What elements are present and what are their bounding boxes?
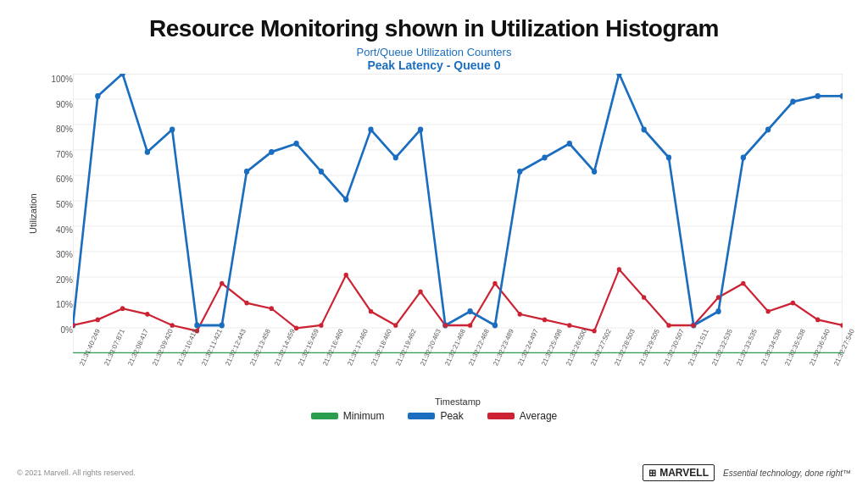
x-tick: 21:32:13:458 bbox=[248, 353, 260, 367]
legend-average-line bbox=[487, 413, 515, 419]
x-tick: 21:32:15:459 bbox=[297, 353, 309, 367]
x-tick: 21:32:36:540 bbox=[808, 353, 820, 367]
legend-peak-label: Peak bbox=[440, 410, 463, 422]
chart-subtitle: Port/Queue Utilization Counters bbox=[25, 46, 843, 58]
y-tick: 50% bbox=[56, 201, 73, 209]
svg-point-26 bbox=[393, 155, 398, 161]
svg-point-34 bbox=[592, 169, 597, 175]
svg-point-39 bbox=[715, 308, 721, 314]
svg-point-70 bbox=[692, 323, 696, 328]
svg-point-75 bbox=[815, 318, 820, 323]
svg-point-62 bbox=[492, 281, 497, 286]
x-tick: 21:32:35:538 bbox=[783, 353, 795, 367]
marvell-logo-icon: ⊞ bbox=[648, 468, 656, 479]
svg-point-61 bbox=[468, 323, 472, 328]
x-tick: 21:32:27:540 bbox=[832, 353, 844, 367]
y-tick: 70% bbox=[56, 151, 73, 159]
x-tick: 21:32:17:460 bbox=[346, 353, 358, 367]
y-tick: 40% bbox=[56, 226, 73, 235]
x-tick: 21:32:23:489 bbox=[492, 353, 504, 367]
svg-point-57 bbox=[369, 309, 373, 314]
marvell-logo-text: MARVELL bbox=[659, 467, 709, 479]
x-tick: 21:32:18:460 bbox=[370, 353, 381, 367]
y-tick: 30% bbox=[56, 251, 73, 259]
svg-point-53 bbox=[270, 306, 274, 311]
svg-point-33 bbox=[567, 141, 572, 147]
y-axis-label: Utilization bbox=[25, 74, 41, 353]
svg-point-16 bbox=[145, 149, 150, 155]
svg-point-60 bbox=[443, 323, 448, 328]
svg-point-21 bbox=[269, 149, 274, 155]
y-tick: 20% bbox=[56, 276, 73, 285]
svg-point-22 bbox=[293, 141, 298, 147]
svg-point-63 bbox=[518, 312, 522, 317]
x-tick: 21:32:33:535 bbox=[735, 353, 747, 367]
svg-point-20 bbox=[244, 169, 249, 175]
y-tick: 60% bbox=[56, 175, 73, 184]
x-ticks: 21:31:40:24921:33:07:87121:32:08:41721:3… bbox=[73, 353, 843, 366]
x-axis-area: 21:31:40:24921:33:07:87121:32:08:41721:3… bbox=[73, 353, 843, 407]
legend-minimum: Minimum bbox=[311, 410, 385, 422]
svg-point-19 bbox=[220, 323, 225, 329]
svg-point-64 bbox=[542, 318, 547, 323]
x-tick: 21:32:34:536 bbox=[760, 353, 771, 367]
y-tick: 90% bbox=[56, 101, 73, 109]
legend-minimum-label: Minimum bbox=[343, 410, 385, 422]
y-tick: 100% bbox=[51, 75, 73, 84]
svg-point-18 bbox=[194, 323, 199, 329]
x-tick: 21:32:32:535 bbox=[710, 353, 722, 367]
page-title: Resource Monitoring shown in Utilization… bbox=[25, 15, 843, 42]
svg-point-44 bbox=[840, 93, 843, 99]
svg-point-27 bbox=[418, 127, 423, 133]
chart-inner bbox=[73, 74, 843, 353]
footer-brand: ⊞ MARVELL Essential technology, done rig… bbox=[643, 464, 851, 481]
x-tick: 21:31:40:249 bbox=[78, 353, 90, 367]
svg-point-25 bbox=[368, 127, 373, 133]
svg-point-36 bbox=[642, 127, 647, 133]
svg-point-41 bbox=[765, 127, 771, 133]
x-tick: 21:32:11:421 bbox=[200, 353, 212, 367]
svg-point-59 bbox=[418, 290, 422, 295]
x-tick: 21:33:07:871 bbox=[103, 353, 114, 367]
svg-point-31 bbox=[517, 169, 522, 175]
y-tick: 10% bbox=[56, 301, 73, 309]
x-tick: 21:32:30:507 bbox=[662, 353, 674, 367]
x-tick: 21:32:22:468 bbox=[467, 353, 479, 367]
svg-point-73 bbox=[765, 309, 770, 314]
svg-point-29 bbox=[467, 308, 472, 314]
marvell-tagline: Essential technology, done right™ bbox=[723, 469, 851, 478]
legend-peak: Peak bbox=[408, 410, 463, 422]
x-tick: 21:32:26:500 bbox=[565, 353, 576, 367]
svg-point-30 bbox=[492, 323, 498, 329]
svg-point-67 bbox=[617, 267, 621, 272]
svg-point-17 bbox=[170, 127, 175, 133]
svg-point-65 bbox=[567, 323, 571, 328]
x-tick: 21:32:27:502 bbox=[589, 353, 601, 367]
y-tick: 80% bbox=[56, 125, 73, 134]
svg-point-51 bbox=[220, 281, 224, 286]
svg-point-56 bbox=[344, 273, 348, 278]
copyright: © 2021 Marvell. All rights reserved. bbox=[17, 469, 136, 477]
x-tick: 21:32:10:419 bbox=[175, 353, 187, 367]
legend-average-label: Average bbox=[520, 410, 557, 422]
x-tick: 21:32:29:505 bbox=[637, 353, 649, 367]
legend-average: Average bbox=[487, 410, 557, 422]
svg-point-55 bbox=[319, 323, 323, 328]
x-tick: 21:32:09:420 bbox=[151, 353, 163, 367]
svg-point-43 bbox=[815, 93, 821, 99]
legend-minimum-line bbox=[311, 413, 338, 419]
x-tick: 21:32:20:463 bbox=[419, 353, 431, 367]
y-ticks: 100%90%80%70%60%50%40%30%20%10%0% bbox=[42, 74, 73, 353]
y-tick: 0% bbox=[61, 326, 73, 335]
chart-svg bbox=[73, 74, 843, 353]
svg-point-72 bbox=[741, 281, 745, 286]
x-tick: 21:32:12:443 bbox=[224, 353, 236, 367]
svg-point-68 bbox=[642, 295, 646, 300]
svg-point-66 bbox=[592, 329, 596, 334]
svg-point-49 bbox=[170, 323, 175, 328]
x-tick: 21:32:16:460 bbox=[321, 353, 333, 367]
svg-point-71 bbox=[716, 295, 721, 300]
svg-point-23 bbox=[319, 169, 324, 175]
svg-point-69 bbox=[666, 323, 670, 328]
x-tick: 21:32:25:498 bbox=[540, 353, 552, 367]
